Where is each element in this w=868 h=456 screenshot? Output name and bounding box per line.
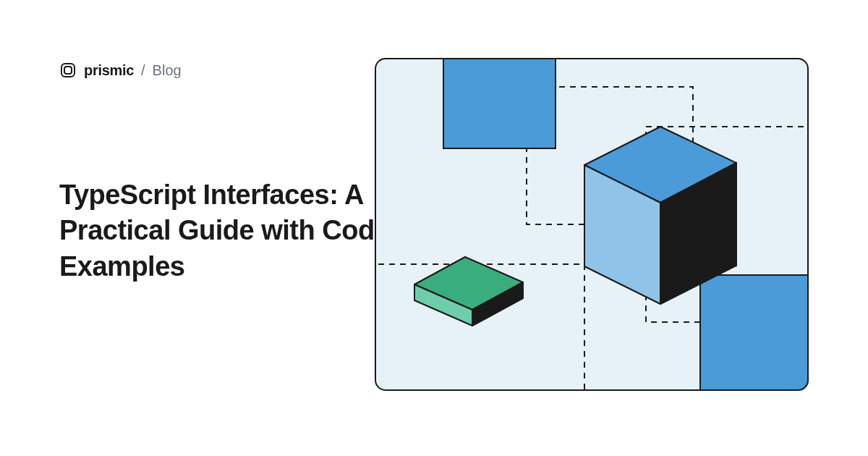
svg-rect-8 — [700, 275, 809, 391]
breadcrumb-separator: / — [141, 62, 145, 79]
page-title: TypeScript Interfaces: A Practical Guide… — [59, 177, 392, 284]
svg-rect-1 — [64, 67, 72, 74]
hero-illustration — [375, 58, 809, 391]
svg-rect-7 — [443, 58, 556, 148]
prismic-logo-icon — [59, 62, 77, 79]
svg-rect-0 — [61, 64, 75, 77]
breadcrumb-section: Blog — [153, 62, 182, 79]
brand-name: prismic — [84, 62, 134, 79]
breadcrumb: prismic / Blog — [59, 62, 182, 79]
